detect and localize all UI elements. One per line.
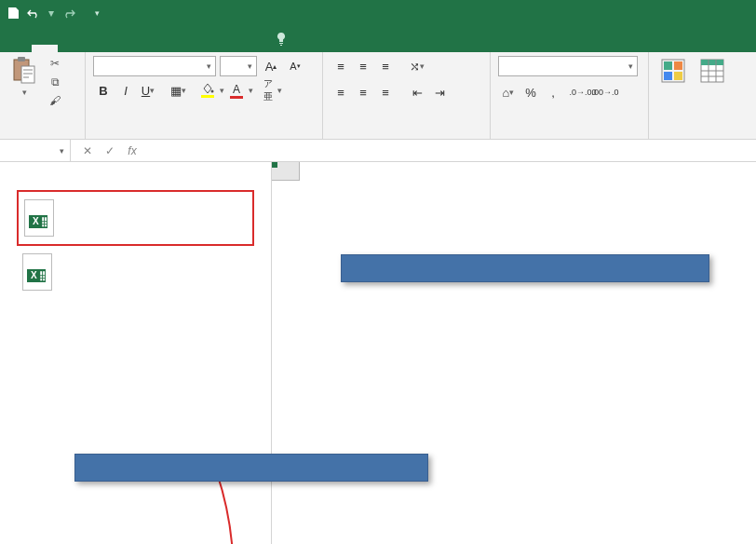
annotation-callout: [341, 254, 709, 282]
tab-view[interactable]: [214, 45, 240, 52]
cut-icon[interactable]: ✂: [47, 56, 63, 71]
fill-color-button[interactable]: [197, 80, 218, 101]
lightbulb-icon: [276, 33, 287, 48]
border-button[interactable]: ▦▾: [168, 80, 188, 101]
ribbon-group-clipboard: ▾ ✂ ⧉ 🖌: [0, 52, 86, 139]
copy-icon[interactable]: ⧉: [47, 75, 63, 89]
chevron-down-icon: ▾: [60, 146, 64, 156]
svg-rect-8: [674, 72, 682, 80]
ribbon-group-number: ▾ ⌂▾ % , .0→.00 .00→.0: [491, 52, 649, 139]
percent-format-icon[interactable]: %: [520, 82, 541, 102]
chevron-down-icon: ▾: [207, 61, 211, 71]
chevron-down-icon: ▾: [248, 61, 252, 71]
svg-rect-5: [664, 61, 672, 70]
document-recovery-pane: X ⣿ X ⣿: [0, 162, 272, 544]
group-label-clipboard: [7, 135, 77, 139]
font-size-select[interactable]: ▾: [220, 56, 257, 76]
font-color-button[interactable]: A: [226, 80, 247, 101]
align-top-icon[interactable]: ≡: [331, 56, 351, 76]
tab-developer[interactable]: [58, 45, 84, 52]
quick-access-toolbar: ▾ ▾: [6, 6, 100, 20]
increase-font-icon[interactable]: A▴: [261, 56, 281, 76]
italic-button[interactable]: I: [115, 80, 136, 101]
decrease-decimal-icon[interactable]: .00→.0: [595, 82, 615, 102]
decrease-indent-icon[interactable]: ⇤: [407, 82, 427, 102]
svg-rect-10: [701, 60, 723, 65]
conditional-formatting-button[interactable]: [656, 56, 690, 88]
svg-point-3: [210, 89, 213, 92]
font-name-select[interactable]: ▾: [93, 56, 216, 76]
undo-icon[interactable]: [26, 6, 41, 20]
tab-home[interactable]: [32, 45, 58, 52]
enter-icon[interactable]: ✓: [102, 144, 117, 157]
align-middle-icon[interactable]: ≡: [353, 56, 373, 76]
tab-page-layout[interactable]: [110, 45, 136, 52]
underline-button[interactable]: U▾: [138, 80, 158, 101]
align-right-icon[interactable]: ≡: [375, 82, 396, 102]
chevron-down-icon[interactable]: ▾: [249, 86, 253, 95]
fx-icon[interactable]: fx: [125, 144, 140, 157]
tell-me-search[interactable]: [266, 29, 300, 52]
tab-formulas[interactable]: [136, 45, 162, 52]
recovery-item[interactable]: X ⣿: [17, 190, 254, 246]
formula-bar: ▾ ✕ ✓ fx: [0, 140, 756, 162]
svg-rect-2: [21, 66, 34, 83]
qat-dropdown-icon[interactable]: ▾: [95, 8, 100, 18]
align-center-icon[interactable]: ≡: [353, 82, 373, 102]
accounting-format-icon[interactable]: ⌂▾: [498, 82, 519, 102]
name-box[interactable]: ▾: [0, 140, 71, 161]
tab-review[interactable]: [188, 45, 214, 52]
phonetic-button[interactable]: ア亜▾: [263, 80, 283, 101]
svg-rect-6: [674, 61, 682, 70]
spreadsheet-grid[interactable]: [272, 162, 756, 544]
orientation-icon[interactable]: ⤭▾: [407, 56, 427, 76]
recovery-item[interactable]: X ⣿: [17, 246, 254, 298]
tab-data[interactable]: [162, 45, 188, 52]
tab-help[interactable]: [240, 45, 266, 52]
excel-file-icon: X ⣿: [22, 253, 52, 291]
group-label-alignment: [331, 135, 482, 139]
format-painter-icon[interactable]: 🖌: [47, 93, 63, 108]
cancel-icon[interactable]: ✕: [80, 144, 95, 157]
tab-file[interactable]: [6, 45, 32, 52]
paste-button[interactable]: ▾: [7, 56, 41, 99]
excel-file-icon: X ⣿: [24, 199, 54, 237]
paste-icon: [11, 58, 37, 84]
ribbon-tabs: [0, 26, 756, 52]
group-label-styles: [656, 135, 749, 139]
save-icon[interactable]: [6, 6, 20, 20]
number-format-select[interactable]: ▾: [498, 56, 638, 76]
redo-icon[interactable]: [61, 6, 76, 20]
svg-rect-1: [18, 57, 25, 61]
increase-decimal-icon[interactable]: .0→.00: [573, 82, 593, 102]
ribbon: ▾ ✂ ⧉ 🖌 ▾ ▾ A▴ A▾ B I: [0, 52, 756, 140]
chevron-down-icon: ▾: [628, 61, 633, 71]
format-as-table-button[interactable]: [695, 56, 729, 88]
annotation-callout: [74, 454, 428, 482]
chevron-down-icon: ▾: [22, 88, 27, 97]
tab-insert[interactable]: [84, 45, 110, 52]
select-all-corner[interactable]: [272, 162, 300, 181]
main-area: X ⣿ X ⣿: [0, 162, 756, 544]
ribbon-group-alignment: ≡ ≡ ≡ ⤭▾ ≡ ≡ ≡ ⇤ ⇥: [323, 52, 491, 139]
table-icon: [699, 58, 725, 84]
svg-rect-7: [664, 72, 672, 80]
chevron-down-icon[interactable]: ▾: [220, 86, 224, 95]
align-bottom-icon[interactable]: ≡: [375, 56, 396, 76]
bucket-icon: [202, 84, 214, 95]
align-left-icon[interactable]: ≡: [331, 82, 351, 102]
ribbon-group-styles: [649, 52, 756, 139]
comma-format-icon[interactable]: ,: [543, 82, 563, 102]
ribbon-group-font: ▾ ▾ A▴ A▾ B I U▾ ▦▾ ▾: [86, 52, 323, 139]
qat-separator: ▾: [48, 7, 54, 20]
group-label-number: [498, 135, 641, 139]
bold-button[interactable]: B: [93, 80, 114, 101]
decrease-font-icon[interactable]: A▾: [285, 56, 305, 76]
increase-indent-icon[interactable]: ⇥: [429, 82, 450, 102]
title-bar: ▾ ▾: [0, 0, 756, 26]
group-label-font: [93, 135, 315, 139]
conditional-formatting-icon: [660, 58, 686, 84]
